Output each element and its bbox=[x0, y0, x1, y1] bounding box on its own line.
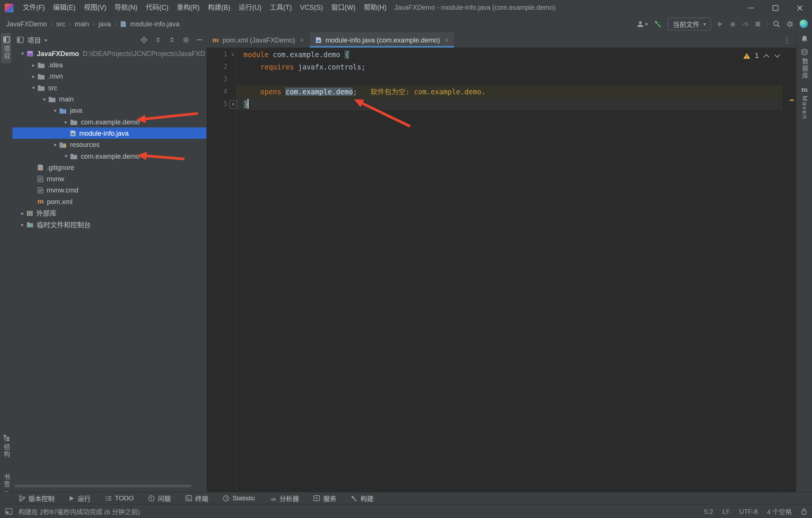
tree-row-scratches[interactable]: ▸ 临时文件和控制台 bbox=[12, 218, 207, 230]
tree-row-external-libraries[interactable]: ▸ 外部库 bbox=[12, 207, 207, 218]
chevron-down-icon[interactable]: ▾ bbox=[51, 142, 59, 147]
run-configuration-select[interactable]: 当前文件 ▾ bbox=[668, 17, 711, 30]
chevron-down-icon[interactable]: ▾ bbox=[51, 108, 59, 113]
chevron-right-icon[interactable]: ▸ bbox=[62, 119, 70, 124]
tab-options-icon[interactable]: ⋮ bbox=[783, 35, 791, 45]
chevron-right-icon[interactable]: ▸ bbox=[30, 62, 38, 68]
tool-button-build[interactable]: 构建 bbox=[351, 493, 374, 503]
breadcrumb-main[interactable]: main bbox=[74, 20, 89, 28]
tool-button-profiler[interactable]: 分析器 bbox=[270, 493, 299, 503]
file-encoding[interactable]: UTF-8 bbox=[739, 508, 758, 515]
tree-row-package-java[interactable]: ▸ com.example.demo bbox=[12, 116, 207, 127]
expand-all-icon[interactable] bbox=[155, 36, 162, 43]
editor-body[interactable]: 1 2 3 4 5 ∨ ∧ module com.example.demo { … bbox=[207, 48, 796, 492]
menu-vcs[interactable]: VCS(S) bbox=[296, 0, 327, 15]
tool-button-statistic[interactable]: Statistic bbox=[223, 495, 255, 502]
menu-file[interactable]: 文件(F) bbox=[19, 0, 49, 15]
tree-row-module-info[interactable]: module-info.java bbox=[12, 127, 207, 139]
close-icon[interactable]: × bbox=[300, 36, 303, 44]
tool-window-layout-icon[interactable] bbox=[5, 508, 12, 515]
menu-navigate[interactable]: 导航(N) bbox=[111, 0, 142, 15]
line-separator[interactable]: LF bbox=[723, 508, 730, 515]
hide-panel-icon[interactable] bbox=[196, 37, 203, 43]
panel-settings-gear-icon[interactable] bbox=[182, 36, 189, 43]
tree-row-package-resources[interactable]: ▾ com.example.demo bbox=[12, 150, 207, 161]
tool-stripe-notifications[interactable] bbox=[797, 32, 812, 45]
debug-button[interactable] bbox=[729, 20, 736, 27]
tree-row-mvnw-cmd[interactable]: mvnw.cmd bbox=[12, 184, 207, 195]
tool-stripe-maven[interactable]: m Maven bbox=[797, 83, 812, 123]
menu-help[interactable]: 帮助(H) bbox=[360, 0, 391, 15]
chevron-right-icon[interactable]: ▸ bbox=[19, 210, 27, 216]
minimize-button[interactable] bbox=[739, 0, 764, 15]
menu-refactor[interactable]: 重构(R) bbox=[173, 0, 204, 15]
tree-row-resources[interactable]: ▾ resources bbox=[12, 139, 207, 150]
search-icon[interactable] bbox=[773, 20, 780, 28]
chevron-down-icon[interactable]: ▾ bbox=[62, 153, 70, 159]
stop-button[interactable] bbox=[755, 21, 760, 27]
menu-run[interactable]: 运行(U) bbox=[235, 0, 266, 15]
tool-stripe-project[interactable]: 项目 bbox=[1, 33, 12, 63]
status-left: 构建在 2秒87毫秒内成功完成 (6 分钟之前) bbox=[5, 504, 140, 518]
project-panel-title[interactable]: 项目 bbox=[27, 35, 41, 45]
breadcrumb-file[interactable]: module-info.java bbox=[130, 20, 179, 28]
fold-end-icon[interactable]: ∧ bbox=[229, 100, 237, 109]
tool-stripe-structure[interactable]: 结构 bbox=[1, 431, 12, 461]
tree-row-java[interactable]: ▾ java bbox=[12, 105, 207, 116]
tree-row-mvn[interactable]: ▸ .mvn bbox=[12, 70, 207, 82]
maximize-button[interactable] bbox=[764, 0, 788, 15]
tool-button-services[interactable]: 服务 bbox=[314, 493, 336, 503]
tool-button-todo[interactable]: TODO bbox=[105, 495, 134, 502]
tool-button-run[interactable]: 运行 bbox=[69, 493, 91, 503]
menu-edit[interactable]: 编辑(E) bbox=[49, 0, 80, 15]
chevron-down-icon[interactable]: ▾ bbox=[30, 85, 38, 90]
menu-view[interactable]: 视图(V) bbox=[80, 0, 111, 15]
locate-file-icon[interactable] bbox=[140, 36, 147, 43]
breadcrumb-src[interactable]: src bbox=[56, 20, 65, 28]
next-problem-icon[interactable] bbox=[774, 54, 780, 58]
chevron-down-icon[interactable]: ▾ bbox=[19, 50, 27, 56]
indent-size[interactable]: 4 个空格 bbox=[767, 506, 792, 516]
build-hammer-icon[interactable] bbox=[653, 20, 662, 28]
status-message[interactable]: 构建在 2秒87毫秒内成功完成 (6 分钟之前) bbox=[19, 506, 140, 516]
menu-tools[interactable]: 工具(T) bbox=[265, 0, 296, 15]
tab-module-info[interactable]: module-info.java (com.example.demo) × bbox=[310, 32, 454, 47]
menu-window[interactable]: 窗口(W) bbox=[327, 0, 360, 15]
assistant-sphere-icon[interactable] bbox=[800, 20, 808, 28]
close-icon[interactable]: × bbox=[445, 36, 448, 44]
tool-button-terminal[interactable]: 终端 bbox=[185, 493, 208, 503]
settings-gear-icon[interactable] bbox=[786, 20, 794, 28]
error-stripe-warning-mark[interactable] bbox=[790, 99, 794, 101]
inspection-widget[interactable]: 1 bbox=[743, 52, 780, 60]
breadcrumb-java[interactable]: java bbox=[98, 20, 111, 28]
tool-button-version-control[interactable]: 版本控制 bbox=[19, 493, 55, 503]
tab-pom-xml[interactable]: m pom.xml (JavaFXDemo) × bbox=[207, 32, 310, 47]
caret-position[interactable]: 5:2 bbox=[704, 508, 713, 515]
menu-build[interactable]: 构建(B) bbox=[204, 0, 235, 15]
tool-stripe-database[interactable]: 数据库 bbox=[797, 45, 812, 83]
horizontal-scrollbar[interactable] bbox=[15, 485, 192, 487]
user-icon[interactable]: ▾ bbox=[636, 20, 648, 28]
breadcrumb: JavaFXDemo › src › main › java › module-… bbox=[6, 15, 180, 32]
breadcrumb-project[interactable]: JavaFXDemo bbox=[6, 20, 47, 28]
chevron-right-icon[interactable]: ▸ bbox=[30, 73, 38, 79]
chevron-down-icon[interactable]: ▾ bbox=[40, 96, 48, 102]
tree-row-src[interactable]: ▾ src bbox=[12, 82, 207, 93]
run-button[interactable] bbox=[717, 20, 724, 27]
menu-code[interactable]: 代码(C) bbox=[142, 0, 173, 15]
lock-icon[interactable] bbox=[801, 508, 807, 515]
tree-row-gitignore[interactable]: .gitignore bbox=[12, 162, 207, 173]
fold-region-icon[interactable]: ∨ bbox=[229, 48, 236, 61]
close-button[interactable] bbox=[788, 0, 812, 15]
tree-row-project-root[interactable]: ▾ JavaFXDemo D:\IDEAProjects\JCNCProject… bbox=[12, 48, 207, 59]
tree-row-idea[interactable]: ▸ .idea bbox=[12, 59, 207, 70]
tree-row-pom[interactable]: m pom.xml bbox=[12, 196, 207, 207]
collapse-all-icon[interactable] bbox=[168, 36, 176, 43]
tool-button-problems[interactable]: 问题 bbox=[148, 493, 171, 503]
tree-row-main[interactable]: ▾ main bbox=[12, 93, 207, 105]
prev-problem-icon[interactable] bbox=[764, 54, 770, 58]
chevron-right-icon[interactable]: ▸ bbox=[19, 221, 27, 227]
chevron-down-icon[interactable]: ▾ bbox=[44, 37, 47, 42]
profiler-button[interactable] bbox=[742, 20, 749, 27]
tree-row-mvnw[interactable]: mvnw bbox=[12, 173, 207, 184]
